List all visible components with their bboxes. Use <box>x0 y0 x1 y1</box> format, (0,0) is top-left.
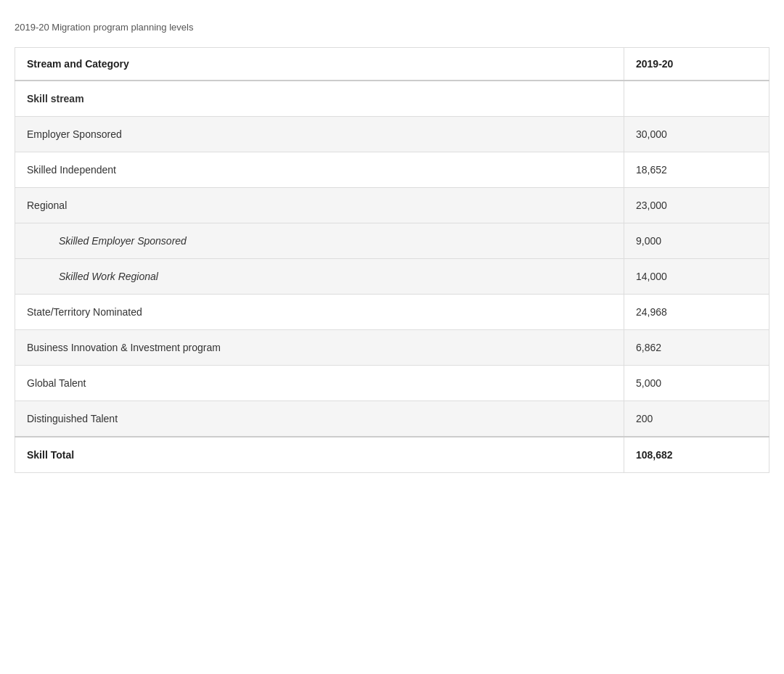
header-year: 2019-20 <box>624 48 769 81</box>
migration-table: Stream and Category 2019-20 Skill stream… <box>15 47 769 473</box>
section-header-value <box>624 81 769 117</box>
row-label-employer-sponsored: Employer Sponsored <box>15 117 624 152</box>
row-label-skilled-independent: Skilled Independent <box>15 152 624 188</box>
row-value-business-innovation: 6,862 <box>624 330 769 366</box>
table-row: Skilled Employer Sponsored9,000 <box>15 223 769 259</box>
table-row: State/Territory Nominated24,968 <box>15 295 769 330</box>
table-row: Global Talent5,000 <box>15 366 769 401</box>
table-row: Business Innovation & Investment program… <box>15 330 769 366</box>
table-row: Regional23,000 <box>15 188 769 223</box>
page-subtitle: 2019-20 Migration program planning level… <box>15 22 769 33</box>
footer-label: Skill Total <box>15 437 624 473</box>
row-label-state-territory-nominated: State/Territory Nominated <box>15 295 624 330</box>
row-label-skilled-work-regional: Skilled Work Regional <box>15 259 624 295</box>
row-value-distinguished-talent: 200 <box>624 401 769 437</box>
row-label-regional: Regional <box>15 188 624 223</box>
row-label-skilled-employer-sponsored: Skilled Employer Sponsored <box>15 223 624 259</box>
row-label-distinguished-talent: Distinguished Talent <box>15 401 624 437</box>
table-row: Skilled Work Regional14,000 <box>15 259 769 295</box>
row-value-employer-sponsored: 30,000 <box>624 117 769 152</box>
row-label-global-talent: Global Talent <box>15 366 624 401</box>
table-row: Skilled Independent18,652 <box>15 152 769 188</box>
section-header-row: Skill stream <box>15 81 769 117</box>
row-value-skilled-independent: 18,652 <box>624 152 769 188</box>
table-row: Employer Sponsored30,000 <box>15 117 769 152</box>
row-value-state-territory-nominated: 24,968 <box>624 295 769 330</box>
section-header-label: Skill stream <box>15 81 624 117</box>
footer-value: 108,682 <box>624 437 769 473</box>
row-value-skilled-employer-sponsored: 9,000 <box>624 223 769 259</box>
row-value-regional: 23,000 <box>624 188 769 223</box>
row-label-business-innovation: Business Innovation & Investment program <box>15 330 624 366</box>
row-value-global-talent: 5,000 <box>624 366 769 401</box>
table-header-row: Stream and Category 2019-20 <box>15 48 769 81</box>
table-footer-row: Skill Total 108,682 <box>15 437 769 473</box>
row-value-skilled-work-regional: 14,000 <box>624 259 769 295</box>
table-row: Distinguished Talent200 <box>15 401 769 437</box>
header-stream-category: Stream and Category <box>15 48 624 81</box>
